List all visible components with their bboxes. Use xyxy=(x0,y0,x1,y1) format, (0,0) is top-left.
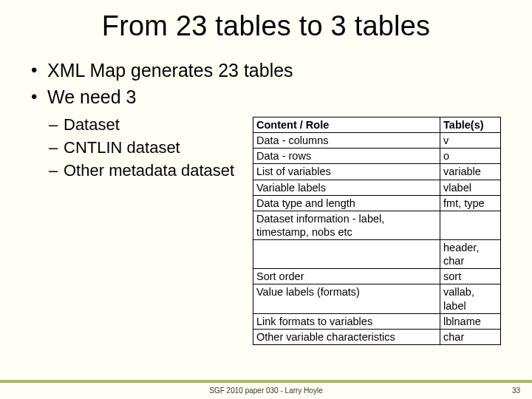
bullet-level2: Other metadata dataset xyxy=(31,161,253,181)
table-cell: sort xyxy=(440,269,501,284)
table-row: header, char xyxy=(253,240,501,269)
table-cell: Data type and length xyxy=(253,195,440,211)
table-cell: header, char xyxy=(440,240,501,269)
table-header-cell: Content / Role xyxy=(253,117,440,133)
table-cell: variable xyxy=(440,164,501,180)
table-row: Data - columnsv xyxy=(253,133,501,149)
table-cell: Link formats to variables xyxy=(253,313,440,329)
table-cell: Other variable characteristics xyxy=(253,329,440,344)
table-row: Link formats to variableslblname xyxy=(253,313,501,329)
table-cell: lblname xyxy=(440,313,501,329)
table-row: Sort ordersort xyxy=(253,269,501,284)
table-cell: Data - rows xyxy=(253,149,440,164)
table-cell: Dataset information - label, timestamp, … xyxy=(253,211,440,239)
table-row: Variable labelsvlabel xyxy=(253,180,501,195)
left-column: Dataset CNTLIN dataset Other metadata da… xyxy=(31,115,253,345)
footer-text: SGF 2010 paper 030 - Larry Hoyle xyxy=(0,386,532,395)
table-row: Dataset information - label, timestamp, … xyxy=(253,211,501,239)
table-cell: char xyxy=(440,329,501,344)
table-cell: o xyxy=(440,149,501,164)
slide: From 23 tables to 3 tables XML Map gener… xyxy=(0,0,532,399)
table-row: Value labels (formats)vallab, label xyxy=(253,284,501,313)
slide-title: From 23 tables to 3 tables xyxy=(0,0,532,42)
table-row: Data type and lengthfmt, type xyxy=(253,195,501,211)
bullet-level1: XML Map generates 23 tables xyxy=(31,60,501,82)
table-cell: vallab, label xyxy=(440,284,501,313)
table-cell: Value labels (formats) xyxy=(253,284,440,313)
bullet-level2: CNTLIN dataset xyxy=(31,138,253,158)
slide-body: XML Map generates 23 tables We need 3 Da… xyxy=(0,42,532,345)
table-cell: vlabel xyxy=(440,180,501,195)
table-row: Data - rowso xyxy=(253,149,501,164)
table-header-cell: Table(s) xyxy=(440,117,501,133)
table-cell: v xyxy=(440,133,501,149)
two-column-area: Dataset CNTLIN dataset Other metadata da… xyxy=(31,115,501,345)
table-cell: fmt, type xyxy=(440,195,501,211)
table-cell: Data - columns xyxy=(253,133,440,149)
content-role-table: Content / Role Table(s) Data - columnsv … xyxy=(253,117,501,345)
bullet-level1: We need 3 xyxy=(31,86,501,109)
bullet-level2: Dataset xyxy=(31,115,253,135)
table-cell: Variable labels xyxy=(253,180,440,195)
table-cell: List of variables xyxy=(253,164,440,180)
table-cell xyxy=(440,211,501,239)
table-row: Other variable characteristicschar xyxy=(253,329,501,344)
table-row: List of variablesvariable xyxy=(253,164,501,180)
right-column: Content / Role Table(s) Data - columnsv … xyxy=(253,115,501,345)
table-cell: Sort order xyxy=(253,269,440,284)
page-number: 33 xyxy=(512,386,520,395)
footer-divider xyxy=(0,380,532,383)
table-header-row: Content / Role Table(s) xyxy=(253,117,501,133)
table-cell xyxy=(253,240,440,269)
